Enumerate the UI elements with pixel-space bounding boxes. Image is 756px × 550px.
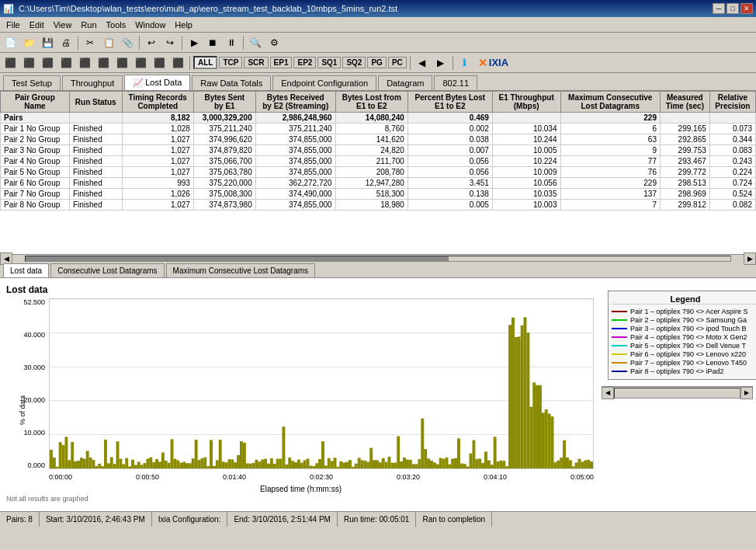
row-max-consec: 9 — [560, 145, 660, 156]
t2-btn8[interactable]: ⬛ — [132, 54, 149, 71]
nav-back[interactable]: ◀ — [414, 54, 431, 71]
chart-bar — [276, 459, 279, 468]
tab-datagram[interactable]: Datagram — [378, 75, 432, 90]
legend-item: Pair 1 – optiplex 790 <> Acer Aspire S — [612, 308, 756, 315]
row-rel-prec: 0.344 — [709, 134, 755, 145]
proto-pc[interactable]: PC — [388, 57, 407, 68]
legend-color — [612, 345, 627, 346]
t2-btn9[interactable]: ⬛ — [151, 54, 168, 71]
zoom-btn[interactable]: 🔍 — [247, 34, 264, 51]
chart-bar — [234, 462, 237, 468]
chart-bar — [261, 460, 264, 468]
row-timing: 1,027 — [122, 134, 193, 145]
legend-color — [612, 336, 627, 338]
redo-btn[interactable]: ↪ — [161, 34, 179, 51]
t2-btn10[interactable]: ⬛ — [169, 54, 186, 71]
t2-btn4[interactable]: ⬛ — [57, 54, 75, 71]
minimize-button[interactable]: ─ — [713, 3, 725, 14]
proto-sq2[interactable]: SQ2 — [342, 57, 366, 68]
menu-window[interactable]: Window — [130, 19, 170, 31]
scroll-right-btn[interactable]: ▶ — [744, 252, 756, 265]
tab-throughput[interactable]: Throughput — [62, 75, 123, 90]
tab-test-setup[interactable]: Test Setup — [3, 75, 61, 90]
legend-scroll-track[interactable] — [614, 388, 740, 399]
pause-btn[interactable]: ⏸ — [223, 34, 240, 51]
menu-run[interactable]: Run — [76, 19, 101, 31]
open-btn[interactable]: 📁 — [20, 34, 37, 51]
chart-bar — [397, 436, 400, 468]
nav-fwd[interactable]: ▶ — [432, 54, 449, 71]
chart-bar — [134, 465, 137, 468]
legend-color — [612, 371, 627, 372]
proto-ep2[interactable]: EP2 — [293, 57, 316, 68]
t2-btn3[interactable]: ⬛ — [39, 54, 56, 71]
legend-scroll-left[interactable]: ◀ — [602, 387, 614, 399]
run-btn[interactable]: ▶ — [186, 34, 203, 51]
table-row: Pair 3 No Group Finished 1,027 374,879,8… — [1, 145, 756, 156]
close-button[interactable]: ✕ — [740, 3, 753, 14]
proto-pg[interactable]: PG — [367, 57, 386, 68]
scroll-track[interactable] — [25, 256, 731, 262]
row-meas-time: 299.812 — [660, 200, 709, 211]
chart-bar — [542, 412, 545, 468]
bottom-tab-lost-data[interactable]: Lost data — [3, 263, 49, 277]
h-scrollbar[interactable]: ◀ ▶ — [0, 254, 756, 262]
chart-bar — [376, 460, 379, 468]
settings-btn[interactable]: ⚙ — [265, 34, 283, 51]
chart-bar — [182, 462, 186, 468]
chart-bar — [83, 459, 86, 468]
row-throughput: 10.244 — [492, 134, 560, 145]
print-btn[interactable]: 🖨 — [57, 34, 75, 51]
row-name: Pair 8 No Group — [1, 200, 70, 211]
row-rel-prec: 0.082 — [709, 200, 755, 211]
chart-bar — [339, 461, 342, 468]
proto-scr[interactable]: SCR — [244, 57, 268, 68]
save-btn[interactable]: 💾 — [39, 34, 56, 51]
bottom-tab-consec[interactable]: Consecutive Lost Datagrams — [50, 263, 164, 277]
bottom-tab-max-consec[interactable]: Maximum Consecutive Lost Datagrams — [166, 263, 316, 277]
paste-btn[interactable]: 📎 — [119, 34, 136, 51]
tab-raw-data[interactable]: Raw Data Totals — [192, 75, 271, 90]
row-throughput: 10.034 — [492, 124, 560, 134]
t2-btn2[interactable]: ⬛ — [20, 54, 37, 71]
chart-bar — [77, 461, 80, 468]
proto-tcp[interactable]: TCP — [219, 57, 242, 68]
proto-all[interactable]: ALL — [193, 56, 217, 69]
legend-color — [612, 319, 627, 321]
chart-bar — [512, 318, 515, 468]
stop-btn[interactable]: ⏹ — [204, 34, 221, 51]
info-btn[interactable]: ℹ — [456, 54, 473, 71]
menu-help[interactable]: Help — [170, 19, 197, 31]
chart-bar — [400, 461, 403, 468]
t2-btn5[interactable]: ⬛ — [76, 54, 93, 71]
proto-ep1[interactable]: EP1 — [270, 57, 293, 68]
row-rel-prec: 0.243 — [709, 156, 755, 167]
legend-label: Pair 4 – optiplex 790 <> Moto X Gen2 — [630, 333, 747, 341]
tab-endpoint-config[interactable]: Endpoint Configuration — [272, 75, 376, 90]
new-btn[interactable]: 📄 — [2, 34, 19, 51]
sep3 — [182, 36, 182, 50]
chart-bar — [155, 459, 158, 468]
scroll-thumb[interactable] — [26, 256, 449, 261]
t2-btn1[interactable]: ⬛ — [2, 54, 19, 71]
legend-scroll-right[interactable]: ▶ — [740, 387, 753, 399]
t2-btn7[interactable]: ⬛ — [113, 54, 130, 71]
legend-item: Pair 4 – optiplex 790 <> Moto X Gen2 — [612, 333, 756, 341]
menu-view[interactable]: View — [49, 19, 77, 31]
proto-sq1[interactable]: SQ1 — [317, 57, 341, 68]
legend-scrollbar[interactable]: ◀ ▶ — [602, 386, 753, 399]
menu-file[interactable]: File — [2, 19, 25, 31]
undo-btn[interactable]: ↩ — [143, 34, 160, 51]
tab-lost-data[interactable]: 📈Lost Data — [124, 75, 190, 90]
menu-edit[interactable]: Edit — [25, 19, 49, 31]
maximize-button[interactable]: □ — [727, 3, 739, 14]
chart-bar — [186, 463, 189, 468]
t2-btn6[interactable]: ⬛ — [95, 54, 112, 71]
cut-btn[interactable]: ✂ — [81, 34, 99, 51]
chart-bar — [206, 466, 210, 468]
copy-btn[interactable]: 📋 — [100, 34, 117, 51]
menu-tools[interactable]: Tools — [102, 19, 131, 31]
tab-802-11[interactable]: 802.11 — [434, 75, 477, 90]
toolbar-1: 📄 📁 💾 🖨 ✂ 📋 📎 ↩ ↪ ▶ ⏹ ⏸ 🔍 ⚙ — [0, 33, 756, 53]
status-runtime: Run time: 00:05:01 — [338, 512, 417, 527]
